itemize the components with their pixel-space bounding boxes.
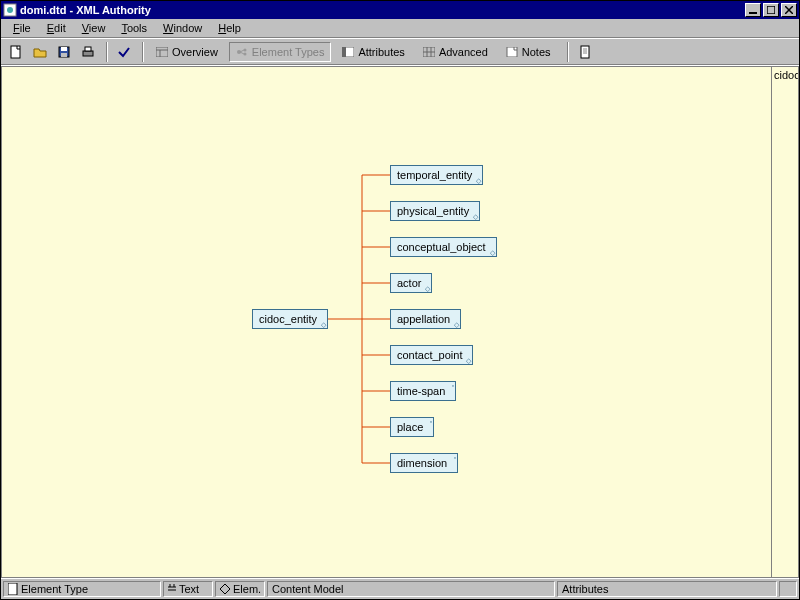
advanced-icon xyxy=(423,47,435,57)
svg-rect-27 xyxy=(581,46,589,58)
print-button[interactable] xyxy=(77,42,99,62)
node-root[interactable]: cidoc_entity ◇ xyxy=(252,309,328,329)
expand-handle-icon: ◇ xyxy=(466,357,471,364)
title-bar: domi.dtd - XML Authority xyxy=(1,1,799,19)
node-child[interactable]: appellation◇ xyxy=(390,309,461,329)
node-child[interactable]: conceptual_object◇ xyxy=(390,237,497,257)
menu-file[interactable]: File xyxy=(5,20,39,36)
document-button[interactable] xyxy=(574,42,596,62)
element-types-icon xyxy=(236,47,248,57)
node-label: time-span xyxy=(397,385,445,397)
minimize-button[interactable] xyxy=(745,3,761,17)
node-label: temporal_entity xyxy=(397,169,472,181)
open-button[interactable] xyxy=(29,42,51,62)
svg-rect-6 xyxy=(11,46,20,58)
schema-canvas[interactable]: cidoc_entity ◇ temporal_entity◇ physical… xyxy=(1,66,771,578)
node-child[interactable]: physical_entity◇ xyxy=(390,201,480,221)
node-child[interactable]: time-span▫ xyxy=(390,381,456,401)
svg-rect-21 xyxy=(342,47,346,57)
tab-overview[interactable]: Overview xyxy=(149,42,225,62)
svg-rect-10 xyxy=(83,51,93,56)
menu-window[interactable]: Window xyxy=(155,20,210,36)
node-label: appellation xyxy=(397,313,450,325)
node-child[interactable]: dimension▫ xyxy=(390,453,458,473)
status-text[interactable]: Text xyxy=(163,581,213,597)
menu-help[interactable]: Help xyxy=(210,20,249,36)
node-label: conceptual_object xyxy=(397,241,486,253)
new-button[interactable] xyxy=(5,42,27,62)
toolbar: Overview Element Types Attributes Advanc… xyxy=(1,38,799,65)
page-icon xyxy=(8,583,18,595)
app-window: domi.dtd - XML Authority File Edit View … xyxy=(0,0,800,600)
tab-advanced[interactable]: Advanced xyxy=(416,42,495,62)
attributes-icon xyxy=(342,47,354,57)
text-icon xyxy=(168,584,176,594)
status-label: Elem. xyxy=(233,583,261,595)
node-label: contact_point xyxy=(397,349,462,361)
expand-handle-icon: ◇ xyxy=(321,321,326,328)
tab-label: Attributes xyxy=(358,46,404,58)
status-element-type[interactable]: Element Type xyxy=(3,581,161,597)
svg-marker-47 xyxy=(220,584,230,594)
menu-bar: File Edit View Tools Window Help xyxy=(1,19,799,38)
menu-edit[interactable]: Edit xyxy=(39,20,74,36)
node-child[interactable]: actor◇ xyxy=(390,273,432,293)
tab-label: Element Types xyxy=(252,46,325,58)
svg-rect-2 xyxy=(749,12,757,14)
attr-handle-icon: ▫ xyxy=(452,382,454,389)
window-title: domi.dtd - XML Authority xyxy=(20,4,743,16)
svg-rect-3 xyxy=(767,6,775,14)
toolbar-separator xyxy=(106,42,108,62)
svg-rect-42 xyxy=(8,583,17,595)
tab-label: Overview xyxy=(172,46,218,58)
node-label: cidoc_entity xyxy=(259,313,317,325)
app-icon xyxy=(3,3,17,17)
work-area: cidoc_entity ◇ temporal_entity◇ physical… xyxy=(1,65,799,578)
svg-rect-26 xyxy=(507,47,517,57)
attr-handle-icon: ▫ xyxy=(430,418,432,425)
validate-button[interactable] xyxy=(113,42,135,62)
node-label: dimension xyxy=(397,457,447,469)
tab-attributes[interactable]: Attributes xyxy=(335,42,411,62)
tab-element-types[interactable]: Element Types xyxy=(229,42,332,62)
svg-point-1 xyxy=(7,7,13,13)
status-label: Content Model xyxy=(272,583,344,595)
maximize-button[interactable] xyxy=(763,3,779,17)
connector-lines xyxy=(2,67,771,577)
status-grip xyxy=(779,581,797,597)
expand-handle-icon: ◇ xyxy=(473,213,478,220)
save-button[interactable] xyxy=(53,42,75,62)
expand-handle-icon: ◇ xyxy=(476,177,481,184)
node-child[interactable]: temporal_entity◇ xyxy=(390,165,483,185)
svg-rect-12 xyxy=(156,47,168,57)
expand-handle-icon: ◇ xyxy=(425,285,430,292)
node-label: physical_entity xyxy=(397,205,469,217)
svg-rect-8 xyxy=(61,47,67,51)
expand-handle-icon: ◇ xyxy=(454,321,459,328)
status-label: Attributes xyxy=(562,583,608,595)
status-attributes[interactable]: Attributes xyxy=(557,581,777,597)
node-child[interactable]: contact_point◇ xyxy=(390,345,473,365)
notes-icon xyxy=(506,47,518,57)
close-button[interactable] xyxy=(781,3,797,17)
node-label: actor xyxy=(397,277,421,289)
elem-icon xyxy=(220,584,230,594)
expand-handle-icon: ◇ xyxy=(490,249,495,256)
tab-label: Advanced xyxy=(439,46,488,58)
menu-view[interactable]: View xyxy=(74,20,114,36)
status-bar: Element Type Text Elem. Content Model At… xyxy=(1,578,799,599)
status-label: Element Type xyxy=(21,583,88,595)
toolbar-separator xyxy=(567,42,569,62)
status-label: Text xyxy=(179,583,199,595)
svg-rect-9 xyxy=(61,53,67,57)
tab-notes[interactable]: Notes xyxy=(499,42,558,62)
status-elem[interactable]: Elem. xyxy=(215,581,265,597)
node-label: place xyxy=(397,421,423,433)
node-child[interactable]: place▫ xyxy=(390,417,434,437)
menu-tools[interactable]: Tools xyxy=(113,20,155,36)
window-buttons xyxy=(743,3,797,17)
side-label: cidoc xyxy=(774,69,799,81)
side-panel[interactable]: cidoc xyxy=(771,66,799,578)
svg-rect-11 xyxy=(85,47,91,51)
status-content-model[interactable]: Content Model xyxy=(267,581,555,597)
